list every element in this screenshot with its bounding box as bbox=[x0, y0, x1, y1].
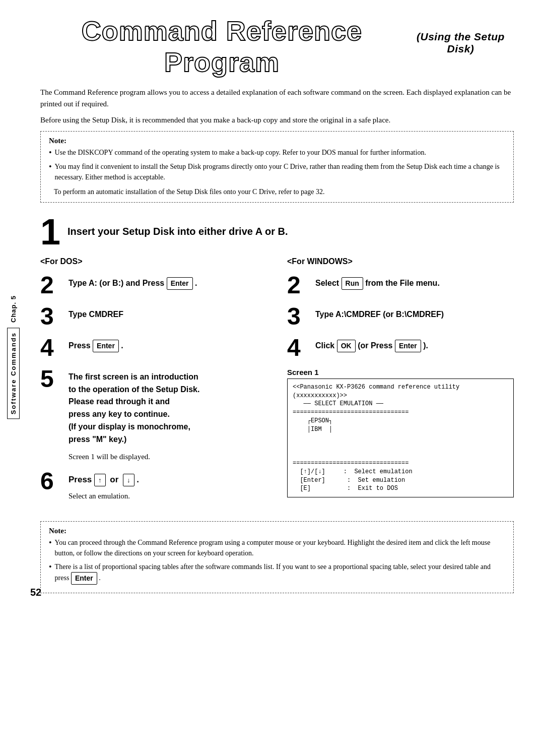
dos-step-3: 3 Type CMDREF bbox=[40, 304, 267, 329]
win-step2-run-key: Run bbox=[342, 277, 363, 290]
dos-header: <For DOS> bbox=[40, 257, 267, 266]
dos-step2-dot: . bbox=[195, 279, 197, 287]
dos-step4-text: Press bbox=[69, 341, 93, 350]
bullet-icon-1: • bbox=[49, 147, 52, 158]
step6-content: Press ↑ or ↓ . Select an emulation. bbox=[69, 469, 139, 502]
win-step2-text-after: from the File menu. bbox=[365, 279, 440, 287]
bottom-bullet-icon-1: • bbox=[49, 537, 52, 548]
bottom-bullet-icon-2: • bbox=[49, 561, 52, 573]
dos-step-2: 2 Type A: (or B:) and Press Enter . bbox=[40, 273, 267, 297]
win-step-2: 2 Select Run from the File menu. bbox=[287, 273, 514, 297]
win-step4-or: (or Press bbox=[358, 341, 395, 350]
step6-num: 6 bbox=[40, 469, 63, 493]
bottom-note-box: Note: • You can proceed through the Comm… bbox=[40, 521, 514, 593]
top-note-text1: Use the DISKCOPY command of the operatin… bbox=[55, 147, 426, 158]
dos-step2-text: Type A: (or B:) and Press bbox=[69, 279, 167, 287]
sidebar-text: Software Commands bbox=[7, 328, 20, 419]
windows-header: <For WINDOWS> bbox=[287, 257, 514, 266]
bullet-icon-2: • bbox=[49, 161, 52, 172]
step5-num: 5 bbox=[40, 367, 63, 391]
step5-bold-text: The first screen is an introduction to t… bbox=[69, 371, 199, 446]
title-area: Command Reference Program (Using the Set… bbox=[40, 15, 514, 78]
win-step-4: 4 Click OK (or Press Enter ). bbox=[287, 336, 514, 360]
screen1-blank2 bbox=[293, 442, 508, 451]
win-step3-text: Type A:\CMDREF (or B:\CMDREF) bbox=[315, 310, 444, 319]
screen1-line4: ┌EPSON┐ bbox=[293, 417, 508, 425]
windows-column: <For WINDOWS> 2 Select Run from the File… bbox=[277, 257, 514, 509]
win-step2-num: 2 bbox=[287, 273, 310, 297]
win-step4-ok-key: OK bbox=[337, 340, 356, 352]
top-note-box: Note: • Use the DISKCOPY command of the … bbox=[40, 131, 514, 203]
win-step4-num: 4 bbox=[287, 336, 310, 360]
win-step2-select: Select bbox=[315, 279, 342, 287]
dos-step3-num: 3 bbox=[40, 304, 63, 329]
step6-period: . bbox=[137, 475, 139, 484]
dos-step4-enter-key: Enter bbox=[93, 340, 119, 352]
screen1-blank1 bbox=[293, 434, 508, 443]
win-step-3: 3 Type A:\CMDREF (or B:\CMDREF) bbox=[287, 304, 514, 329]
step6-down-key: ↓ bbox=[123, 474, 134, 487]
step1-number: 1 bbox=[40, 214, 60, 250]
step6-up-key: ↑ bbox=[94, 474, 106, 487]
bottom-note-text2: There is a list of proportional spacing … bbox=[55, 561, 505, 585]
bottom-note-item1: • You can proceed through the Command Re… bbox=[49, 537, 505, 558]
step5-content: The first screen is an introduction to t… bbox=[69, 367, 199, 462]
bottom-note-enter-key: Enter bbox=[71, 572, 97, 585]
dos-step2-content: Type A: (or B:) and Press Enter . bbox=[69, 273, 197, 290]
bottom-note-item2: • There is a list of proportional spacin… bbox=[49, 561, 505, 585]
step-5: 5 The first screen is an introduction to… bbox=[40, 367, 267, 462]
screen1-line9: ================================ bbox=[293, 459, 508, 468]
screen1-line3: ================================ bbox=[293, 408, 508, 417]
step1-text: Insert your Setup Disk into either drive… bbox=[67, 226, 288, 237]
screen1-line5: │IBM │ bbox=[293, 425, 508, 434]
step5-line3: Please read through it and bbox=[69, 397, 170, 406]
step5-line5: (If your display is monochrome, bbox=[69, 422, 190, 431]
top-note-item2: • You may find it convenient to install … bbox=[49, 161, 505, 182]
dos-column: <For DOS> 2 Type A: (or B:) and Press En… bbox=[40, 257, 277, 509]
win-step3-num: 3 bbox=[287, 304, 310, 329]
dos-step4-dot: . bbox=[121, 341, 123, 350]
step6-or: or bbox=[110, 475, 118, 484]
step5-sub: Screen 1 will be displayed. bbox=[69, 451, 199, 463]
screen1-line12: [E] : Exit to DOS bbox=[293, 484, 508, 493]
top-note-label: Note: bbox=[49, 137, 505, 145]
screen1-label: Screen 1 bbox=[287, 368, 514, 376]
page-title-sub: (Using the Setup Disk) bbox=[407, 31, 514, 55]
two-column-layout: <For DOS> 2 Type A: (or B:) and Press En… bbox=[40, 257, 514, 509]
step5-line2: to the operation of the Setup Disk. bbox=[69, 385, 199, 394]
win-step2-content: Select Run from the File menu. bbox=[315, 273, 440, 290]
step5-line4: press any key to continue. bbox=[69, 410, 170, 418]
dos-step3-content: Type CMDREF bbox=[69, 304, 123, 321]
step6-text: Press bbox=[69, 475, 92, 484]
bottom-note-label: Note: bbox=[49, 527, 505, 535]
sidebar: Chap. 5 Software Commands bbox=[0, 202, 26, 513]
intro-para1: The Command Reference program allows you… bbox=[40, 87, 514, 109]
dos-step3-text: Type CMDREF bbox=[69, 310, 123, 319]
page-number: 52 bbox=[30, 587, 41, 598]
step6-sub: Select an emulation. bbox=[69, 490, 139, 502]
screen1-box: <<Panasonic KX-P3626 command reference u… bbox=[287, 379, 514, 497]
top-note-text2: You may find it convenient to install th… bbox=[55, 161, 505, 182]
dos-step4-content: Press Enter . bbox=[69, 336, 123, 352]
step5-line6: press "M" key.) bbox=[69, 435, 126, 444]
intro-para2: Before using the Setup Disk, it is recom… bbox=[40, 114, 514, 126]
win-step4-end: ). bbox=[423, 341, 428, 350]
win-step4-click: Click bbox=[315, 341, 337, 350]
win-step4-content: Click OK (or Press Enter ). bbox=[315, 336, 428, 352]
top-note-indent: To perform an automatic installation of … bbox=[54, 186, 505, 197]
page-title-main: Command Reference Program bbox=[40, 15, 403, 78]
win-step4-enter-key: Enter bbox=[395, 340, 421, 352]
dos-step-4: 4 Press Enter . bbox=[40, 336, 267, 360]
dos-step2-enter-key: Enter bbox=[167, 277, 193, 290]
step-1: 1 Insert your Setup Disk into either dri… bbox=[40, 214, 514, 250]
step-6: 6 Press ↑ or ↓ . Select an emulation. bbox=[40, 469, 267, 502]
screen1-blank3 bbox=[293, 451, 508, 459]
dos-step2-num: 2 bbox=[40, 273, 63, 297]
screen1-line10: [↑]/[↓] : Select emulation bbox=[293, 468, 508, 476]
screen1-line1: <<Panasonic KX-P3626 command reference u… bbox=[293, 383, 508, 400]
bottom-note-text1: You can proceed through the Command Refe… bbox=[55, 537, 505, 558]
screen1-line2: —— SELECT EMULATION —— bbox=[293, 400, 508, 408]
step5-line1: The first screen is an introduction bbox=[69, 372, 198, 381]
sidebar-chap: Chap. 5 bbox=[10, 295, 17, 323]
screen1-area: Screen 1 <<Panasonic KX-P3626 command re… bbox=[287, 368, 514, 497]
